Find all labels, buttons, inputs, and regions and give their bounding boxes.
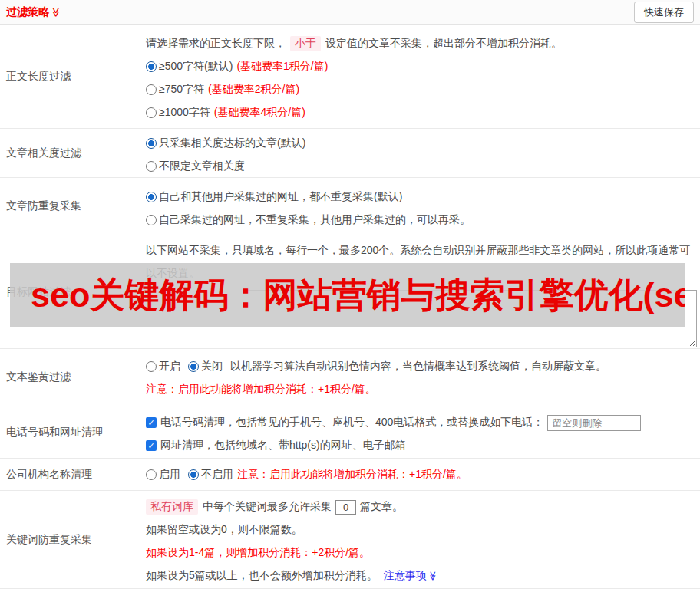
fee-note: (基础费率2积分/篇)	[208, 83, 299, 97]
length-option-1000[interactable]: ≥1000字符 (基础费率4积分/篇)	[146, 101, 700, 124]
radio-unselected-icon[interactable]	[146, 215, 157, 225]
row-keyword-dedupe: 关键词防重复采集 私有词库 中每个关键词最多允许采集 篇文章。 如果留空或设为0…	[0, 491, 700, 589]
top-bar: 过滤策略 ≫ 快速保存	[0, 0, 700, 25]
radio-unselected-icon[interactable]	[146, 84, 157, 95]
row-label: 正文长度过滤	[0, 25, 138, 128]
porn-filter-desc: 以机器学习算法自动识别色情内容，当色情概率达到系统阈值，自动屏蔽文章。	[230, 360, 606, 373]
fee-note: (基础费率4积分/篇)	[214, 106, 305, 120]
dedupe-option-self[interactable]: 自己采集过的网址，不重复采集，其他用户采集过的，可以再采。	[146, 209, 700, 232]
radio-selected-icon[interactable]	[188, 469, 199, 480]
chevron-down-icon: ≫	[51, 7, 61, 17]
row-label: 公司机构名称清理	[0, 459, 138, 490]
row-dedupe-collection: 文章防重复采集 自己和其他用户采集过的网址，都不重复采集(默认) 自己采集过的网…	[0, 178, 700, 235]
target-site-desc-line1: 以下网站不采集，只填域名，每行一个，最多200个。系统会自动识别并屏蔽那些非文章…	[146, 239, 700, 262]
phone-clean-label[interactable]: 电话号码清理，包括常见的手机号、座机号、400电话格式，或替换成如下电话：	[160, 416, 543, 429]
radio-selected-icon[interactable]	[188, 361, 199, 372]
porn-filter-on-option[interactable]: 开启	[159, 360, 180, 373]
radio-unselected-icon[interactable]	[146, 107, 157, 118]
row-porn-filter: 文本鉴黄过滤 开启 关闭 以机器学习算法自动识别色情内容，当色情概率达到系统阈值…	[0, 349, 700, 406]
porn-filter-note: 注意：启用此功能将增加积分消耗：+1积分/篇。	[146, 383, 376, 397]
radio-unselected-icon[interactable]	[146, 361, 157, 372]
radio-selected-icon[interactable]	[146, 138, 157, 149]
company-clean-off-option[interactable]: 不启用	[201, 468, 233, 482]
radio-selected-icon[interactable]	[146, 61, 157, 72]
page-title[interactable]: 过滤策略 ≫	[6, 5, 61, 19]
page-title-text: 过滤策略	[6, 5, 49, 19]
porn-filter-off-option[interactable]: 关闭	[201, 360, 223, 373]
row-phone-url-clean: 电话号码和网址清理 电话号码清理，包括常见的手机号、座机号、400电话格式，或替…	[0, 406, 700, 459]
filter-strategy-page: 过滤策略 ≫ 快速保存 正文长度过滤 请选择需求的正文长度下限， 小于 设定值的…	[0, 0, 700, 589]
row-company-clean: 公司机构名称清理 启用 不启用 注意：启用此功能将增加积分消耗：+1积分/篇。	[0, 459, 700, 491]
row-label: 电话号码和网址清理	[0, 406, 138, 458]
checkbox-checked-icon[interactable]	[146, 440, 157, 451]
keyword-dedupe-note-zero: 如果留空或设为0，则不限篇数。	[146, 523, 302, 537]
url-clean-label[interactable]: 网址清理，包括纯域名、带http(s)的网址、电子邮箱	[160, 439, 406, 452]
row-relevance-filter: 文章相关度过滤 只采集相关度达标的文章(默认) 不限定文章相关度	[0, 129, 700, 178]
dedupe-option-global[interactable]: 自己和其他用户采集过的网址，都不重复采集(默认)	[146, 186, 700, 209]
company-clean-note: 注意：启用此功能将增加积分消耗：+1积分/篇。	[237, 468, 467, 482]
radio-selected-icon[interactable]	[146, 192, 157, 202]
private-lexicon-tag: 私有词库	[146, 499, 198, 515]
fee-note: (基础费率1积分/篇)	[236, 60, 328, 74]
length-option-500[interactable]: ≥500字符(默认) (基础费率1积分/篇)	[146, 55, 700, 78]
max-articles-input[interactable]	[335, 500, 356, 515]
length-option-750[interactable]: ≥750字符 (基础费率2积分/篇)	[146, 78, 700, 101]
keyword-dedupe-note-fee: 如果设为1-4篇，则增加积分消耗：+2积分/篇。	[146, 546, 370, 560]
content-length-intro: 请选择需求的正文长度下限， 小于 设定值的文章不采集，超出部分不增加积分消耗。	[146, 32, 700, 55]
row-content-length-filter: 正文长度过滤 请选择需求的正文长度下限， 小于 设定值的文章不采集，超出部分不增…	[0, 25, 700, 129]
radio-unselected-icon[interactable]	[146, 469, 157, 480]
less-than-tag: 小于	[290, 36, 321, 51]
notice-link[interactable]: 注意事项 ≫	[384, 569, 438, 583]
quick-save-button[interactable]: 快速保存	[634, 2, 694, 23]
row-label: 文章相关度过滤	[0, 129, 138, 177]
keyword-dedupe-note-five: 如果设为5篇或以上，也不会额外增加积分消耗。	[146, 569, 378, 583]
checkbox-checked-icon[interactable]	[146, 417, 157, 428]
chevron-down-icon: ≫	[428, 571, 438, 581]
overlay-banner: seo关键解码：网站营销与搜索引擎优化(seo	[10, 263, 685, 327]
row-label: 文章防重复采集	[0, 178, 138, 235]
row-label: 关键词防重复采集	[0, 491, 138, 588]
relevance-option-strict[interactable]: 只采集相关度达标的文章(默认)	[146, 132, 700, 155]
replacement-phone-input[interactable]	[547, 415, 641, 431]
relevance-option-any[interactable]: 不限定文章相关度	[146, 155, 700, 178]
company-clean-on-option[interactable]: 启用	[159, 468, 180, 482]
overlay-text: seo关键解码：网站营销与搜索引擎优化(seo	[31, 272, 685, 318]
radio-unselected-icon[interactable]	[146, 161, 157, 172]
row-label: 文本鉴黄过滤	[0, 349, 138, 406]
